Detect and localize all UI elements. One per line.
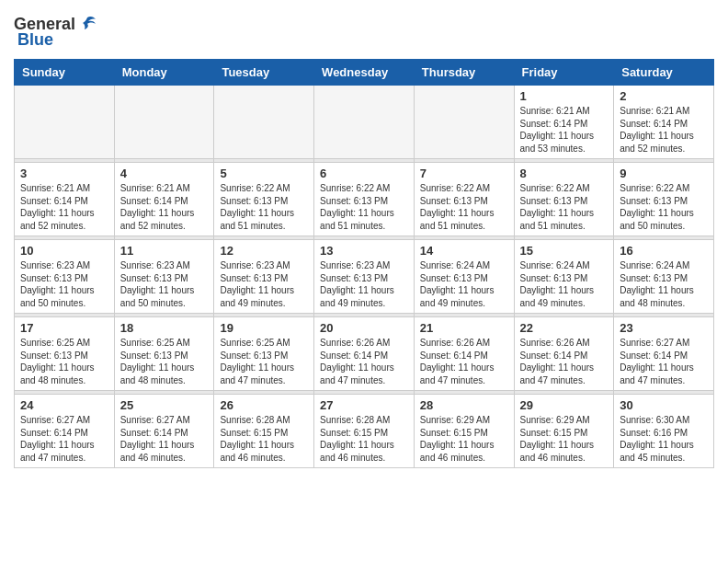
calendar-week-row: 1Sunrise: 6:21 AMSunset: 6:14 PMDaylight… — [15, 86, 714, 159]
table-row: 9Sunrise: 6:22 AMSunset: 6:13 PMDaylight… — [614, 163, 714, 236]
day-info: Sunrise: 6:21 AMSunset: 6:14 PMDaylight:… — [620, 105, 708, 155]
day-number: 19 — [220, 321, 308, 335]
table-row: 22Sunrise: 6:26 AMSunset: 6:14 PMDayligh… — [514, 317, 614, 391]
day-info: Sunrise: 6:29 AMSunset: 6:15 PMDaylight:… — [520, 414, 609, 464]
col-wednesday: Wednesday — [314, 60, 415, 86]
table-row: 11Sunrise: 6:23 AMSunset: 6:13 PMDayligh… — [114, 240, 214, 314]
table-row: 26Sunrise: 6:28 AMSunset: 6:15 PMDayligh… — [214, 395, 314, 468]
table-row: 12Sunrise: 6:23 AMSunset: 6:13 PMDayligh… — [214, 240, 314, 314]
table-row: 10Sunrise: 6:23 AMSunset: 6:13 PMDayligh… — [15, 240, 115, 314]
table-row — [15, 86, 115, 159]
day-number: 17 — [20, 321, 108, 335]
day-info: Sunrise: 6:21 AMSunset: 6:14 PMDaylight:… — [520, 105, 609, 155]
day-info: Sunrise: 6:23 AMSunset: 6:13 PMDaylight:… — [20, 259, 108, 309]
table-row: 30Sunrise: 6:30 AMSunset: 6:16 PMDayligh… — [614, 395, 714, 468]
day-info: Sunrise: 6:24 AMSunset: 6:13 PMDaylight:… — [420, 259, 508, 309]
table-row: 2Sunrise: 6:21 AMSunset: 6:14 PMDaylight… — [614, 86, 714, 159]
day-number: 20 — [320, 321, 408, 335]
day-number: 7 — [420, 167, 508, 180]
day-number: 4 — [120, 167, 209, 180]
day-info: Sunrise: 6:26 AMSunset: 6:14 PMDaylight:… — [320, 337, 408, 386]
day-number: 5 — [220, 167, 308, 180]
col-thursday: Thursday — [414, 60, 514, 86]
day-number: 24 — [20, 398, 108, 412]
day-info: Sunrise: 6:28 AMSunset: 6:15 PMDaylight:… — [320, 414, 408, 464]
day-info: Sunrise: 6:26 AMSunset: 6:14 PMDaylight:… — [520, 337, 609, 386]
calendar-week-row: 17Sunrise: 6:25 AMSunset: 6:13 PMDayligh… — [15, 317, 714, 391]
page: General Blue Sunday Monday Tuesday Wedne… — [0, 0, 728, 482]
day-info: Sunrise: 6:21 AMSunset: 6:14 PMDaylight:… — [20, 182, 108, 232]
table-row: 15Sunrise: 6:24 AMSunset: 6:13 PMDayligh… — [514, 240, 614, 314]
day-number: 2 — [620, 89, 708, 103]
calendar-week-row: 10Sunrise: 6:23 AMSunset: 6:13 PMDayligh… — [15, 240, 714, 314]
day-number: 21 — [420, 321, 508, 335]
table-row: 20Sunrise: 6:26 AMSunset: 6:14 PMDayligh… — [314, 317, 415, 391]
day-number: 12 — [220, 244, 308, 258]
day-number: 6 — [320, 167, 408, 180]
day-number: 8 — [520, 167, 609, 180]
table-row — [114, 86, 214, 159]
logo: General Blue — [14, 14, 97, 50]
day-info: Sunrise: 6:22 AMSunset: 6:13 PMDaylight:… — [420, 182, 508, 232]
col-tuesday: Tuesday — [214, 60, 314, 86]
day-info: Sunrise: 6:25 AMSunset: 6:13 PMDaylight:… — [120, 337, 209, 386]
day-info: Sunrise: 6:22 AMSunset: 6:13 PMDaylight:… — [620, 182, 708, 232]
day-number: 13 — [320, 244, 408, 258]
day-info: Sunrise: 6:23 AMSunset: 6:13 PMDaylight:… — [120, 259, 209, 309]
day-info: Sunrise: 6:22 AMSunset: 6:13 PMDaylight:… — [220, 182, 308, 232]
day-info: Sunrise: 6:25 AMSunset: 6:13 PMDaylight:… — [220, 337, 308, 386]
day-number: 25 — [120, 398, 209, 412]
day-info: Sunrise: 6:22 AMSunset: 6:13 PMDaylight:… — [520, 182, 609, 232]
table-row: 7Sunrise: 6:22 AMSunset: 6:13 PMDaylight… — [414, 163, 514, 236]
day-number: 27 — [320, 398, 408, 412]
calendar-week-row: 3Sunrise: 6:21 AMSunset: 6:14 PMDaylight… — [15, 163, 714, 236]
calendar-table: Sunday Monday Tuesday Wednesday Thursday… — [14, 59, 714, 468]
day-number: 26 — [220, 398, 308, 412]
calendar-header-row: Sunday Monday Tuesday Wednesday Thursday… — [15, 60, 714, 86]
day-number: 3 — [20, 167, 108, 180]
table-row: 23Sunrise: 6:27 AMSunset: 6:14 PMDayligh… — [614, 317, 714, 391]
day-info: Sunrise: 6:23 AMSunset: 6:13 PMDaylight:… — [220, 259, 308, 309]
day-number: 14 — [420, 244, 508, 258]
table-row: 29Sunrise: 6:29 AMSunset: 6:15 PMDayligh… — [514, 395, 614, 468]
table-row — [314, 86, 415, 159]
day-info: Sunrise: 6:30 AMSunset: 6:16 PMDaylight:… — [620, 414, 708, 464]
calendar-week-row: 24Sunrise: 6:27 AMSunset: 6:14 PMDayligh… — [15, 395, 714, 468]
table-row: 27Sunrise: 6:28 AMSunset: 6:15 PMDayligh… — [314, 395, 415, 468]
table-row: 21Sunrise: 6:26 AMSunset: 6:14 PMDayligh… — [414, 317, 514, 391]
logo-bird-icon — [77, 14, 97, 34]
table-row: 19Sunrise: 6:25 AMSunset: 6:13 PMDayligh… — [214, 317, 314, 391]
day-info: Sunrise: 6:24 AMSunset: 6:13 PMDaylight:… — [520, 259, 609, 309]
table-row: 28Sunrise: 6:29 AMSunset: 6:15 PMDayligh… — [414, 395, 514, 468]
day-info: Sunrise: 6:27 AMSunset: 6:14 PMDaylight:… — [20, 414, 108, 464]
day-number: 22 — [520, 321, 609, 335]
day-number: 23 — [620, 321, 708, 335]
logo-blue-text: Blue — [17, 30, 53, 50]
day-info: Sunrise: 6:21 AMSunset: 6:14 PMDaylight:… — [120, 182, 209, 232]
col-saturday: Saturday — [614, 60, 714, 86]
table-row — [414, 86, 514, 159]
table-row: 18Sunrise: 6:25 AMSunset: 6:13 PMDayligh… — [114, 317, 214, 391]
table-row: 13Sunrise: 6:23 AMSunset: 6:13 PMDayligh… — [314, 240, 415, 314]
day-info: Sunrise: 6:28 AMSunset: 6:15 PMDaylight:… — [220, 414, 308, 464]
day-number: 29 — [520, 398, 609, 412]
day-info: Sunrise: 6:23 AMSunset: 6:13 PMDaylight:… — [320, 259, 408, 309]
table-row: 6Sunrise: 6:22 AMSunset: 6:13 PMDaylight… — [314, 163, 415, 236]
table-row — [214, 86, 314, 159]
table-row: 25Sunrise: 6:27 AMSunset: 6:14 PMDayligh… — [114, 395, 214, 468]
day-info: Sunrise: 6:29 AMSunset: 6:15 PMDaylight:… — [420, 414, 508, 464]
day-number: 16 — [620, 244, 708, 258]
day-info: Sunrise: 6:25 AMSunset: 6:13 PMDaylight:… — [20, 337, 108, 386]
header: General Blue — [14, 14, 714, 50]
table-row: 1Sunrise: 6:21 AMSunset: 6:14 PMDaylight… — [514, 86, 614, 159]
day-number: 1 — [520, 89, 609, 103]
day-info: Sunrise: 6:22 AMSunset: 6:13 PMDaylight:… — [320, 182, 408, 232]
day-number: 10 — [20, 244, 108, 258]
col-monday: Monday — [114, 60, 214, 86]
day-number: 11 — [120, 244, 209, 258]
table-row: 16Sunrise: 6:24 AMSunset: 6:13 PMDayligh… — [614, 240, 714, 314]
table-row: 4Sunrise: 6:21 AMSunset: 6:14 PMDaylight… — [114, 163, 214, 236]
day-info: Sunrise: 6:27 AMSunset: 6:14 PMDaylight:… — [620, 337, 708, 386]
table-row: 14Sunrise: 6:24 AMSunset: 6:13 PMDayligh… — [414, 240, 514, 314]
table-row: 8Sunrise: 6:22 AMSunset: 6:13 PMDaylight… — [514, 163, 614, 236]
